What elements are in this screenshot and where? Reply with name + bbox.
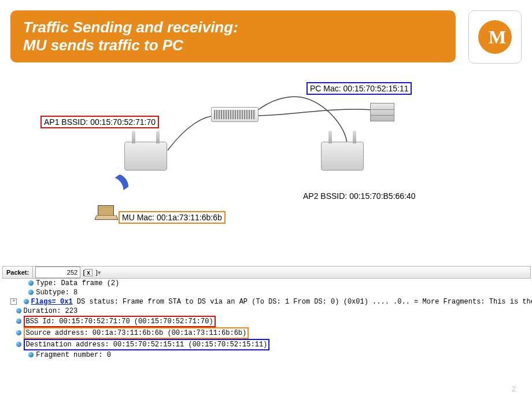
tree-row-bss: BSS Id: 00:15:70:52:71:70 (00:15:70:52:7…	[2, 316, 530, 327]
packet-number-input[interactable]	[35, 267, 80, 278]
wires	[0, 75, 532, 243]
slide-title: Traffic Sending and receiving: MU sends …	[10, 10, 456, 62]
pc-icon	[370, 98, 393, 121]
packet-close-button[interactable]: x	[84, 269, 93, 276]
bullet-icon	[16, 330, 21, 335]
ap2-icon	[321, 142, 364, 171]
switch-icon	[211, 107, 258, 122]
network-diagram: ))) AP1 BSSID: 00:15:70:52:71:70 AP2 BSS…	[0, 75, 532, 243]
wifi-waves-icon: )))	[113, 172, 129, 191]
ap2-label: AP2 BSSID: 00:15:70:B5:66:40	[301, 191, 418, 201]
tree-row-flags: + Flags= 0x1 DS status: Frame from STA t…	[2, 297, 530, 306]
bullet-icon	[24, 299, 29, 304]
tree-row-type: Type: Data frame (2)	[2, 279, 530, 288]
expand-icon[interactable]: +	[10, 298, 17, 305]
title-line2: MU sends traffic to PC	[23, 36, 443, 54]
motorola-logo-icon: M	[478, 20, 512, 54]
ap1-label: AP1 BSSID: 00:15:70:52:71:70	[40, 116, 159, 128]
logo-box: M	[468, 10, 522, 64]
tree-row-dst: Destination address: 00:15:70:52:15:11 (…	[2, 339, 530, 350]
packet-label: Packet:	[3, 267, 33, 278]
title-line1: Traffic Sending and receiving:	[23, 19, 443, 36]
bullet-icon	[28, 290, 34, 295]
dropdown-icon[interactable]: ▾	[98, 269, 101, 276]
bullet-icon	[16, 319, 21, 324]
bullet-icon	[28, 280, 34, 286]
bullet-icon	[16, 342, 21, 347]
bullet-icon	[28, 352, 34, 357]
laptop-icon	[95, 205, 116, 220]
ap1-icon	[124, 142, 167, 171]
tree-row-subtype: Subtype: 8	[2, 288, 530, 297]
packet-toolbar: Packet: [ x ] ▾	[2, 266, 531, 279]
flags-link[interactable]: Flags= 0x1	[31, 298, 73, 306]
packet-tree: Type: Data frame (2) Subtype: 8 + Flags=…	[2, 279, 530, 360]
page-number: 2	[512, 385, 516, 393]
bullet-icon	[16, 308, 21, 313]
tree-row-duration: Duration: 223	[2, 306, 530, 316]
pc-label: PC Mac: 00:15:70:52:15:11	[306, 82, 412, 95]
tree-row-src: Source address: 00:1a:73:11:6b:6b (00:1a…	[2, 327, 530, 339]
tree-row-frag: Fragment number: 0	[2, 350, 530, 360]
mu-label: MU Mac: 00:1a:73:11:6b:6b	[119, 211, 226, 224]
